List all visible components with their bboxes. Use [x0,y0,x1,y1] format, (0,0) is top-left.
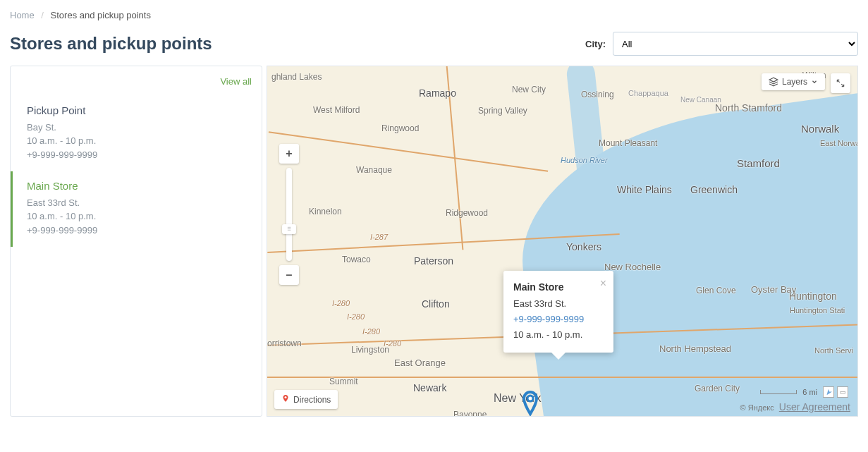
map-label: Newark [413,382,446,393]
map-label: Huntington [789,291,837,302]
map-route-label: I-280 [332,299,350,307]
map-label: New Rochelle [604,262,661,272]
map-label: Huntington Stati [790,306,845,314]
map-label: East Norwa [820,139,858,147]
pin-icon [281,393,290,405]
balloon-hours: 10 a.m. - 10 p.m. [513,327,604,343]
map-label: Mount Pleasant [599,138,657,148]
breadcrumb-separator: / [41,10,44,20]
close-icon[interactable]: × [600,278,606,289]
layers-button[interactable]: Layers [762,73,825,90]
store-name: Main Store [27,178,249,195]
store-address: Bay St. [27,121,249,135]
breadcrumb: Home / Stores and pickup points [10,10,858,20]
balloon-title: Main Store [513,279,604,296]
map-label: Paterson [414,255,453,267]
balloon-address: East 33rd St. [513,296,604,312]
breadcrumb-current: Stores and pickup points [51,10,151,20]
map-label: Stamford [737,157,780,169]
map-label: Greenwich [690,184,738,195]
balloon-phone[interactable]: +9-999-999-9999 [513,314,584,324]
map-label: North Hempstead [659,343,731,354]
map-label: White Plains [617,184,672,195]
page-title: Stores and pickup points [10,34,212,54]
directions-button[interactable]: Directions [274,390,338,409]
map-label: Yonkers [566,241,601,252]
map-label: Norwalk [801,123,839,135]
ruler-icon[interactable]: ▭ [837,386,848,398]
map-route-label: I-280 [384,339,401,348]
map-balloon: × Main Store East 33rd St. +9-999-999-99… [503,271,613,353]
city-label: City: [585,39,606,49]
map-label: orristown [267,338,302,348]
directions-label: Directions [293,395,331,405]
map-label-river: Hudson River [561,156,608,164]
geolocate-icon[interactable] [823,386,834,398]
zoom-slider[interactable]: ⠿ [286,168,292,261]
chevron-down-icon [811,78,818,85]
map-label: New City [512,85,546,94]
store-hours: 10 a.m. - 10 p.m. [27,134,249,148]
map-label: Bayonne [453,410,487,417]
map-label: Towaco [342,255,371,264]
store-phone: +9-999-999-9999 [27,224,249,238]
map-label: Ramapo [419,87,456,99]
map-label: West Milford [313,105,360,115]
map-label: Spring Valley [478,106,527,116]
map-label: Glen Cove [696,286,736,295]
map-copyright: © Яндекс User Agreement [740,401,850,413]
scale-bar: 6 mi ▭ [760,386,848,398]
store-phone: +9-999-999-9999 [27,148,249,162]
store-item-pickup-point[interactable]: Pickup Point Bay St. 10 a.m. - 10 p.m. +… [11,96,262,171]
store-item-main-store[interactable]: Main Store East 33rd St. 10 a.m. - 10 p.… [11,171,262,247]
svg-marker-0 [769,78,778,82]
layers-icon [769,77,778,87]
map-label: Clifton [422,298,450,310]
store-hours: 10 a.m. - 10 p.m. [27,209,249,224]
fullscreen-button[interactable] [831,73,850,93]
map-label: North Servi [814,346,853,355]
map-label: East Orange [394,358,446,368]
map-label: Chappaqua [628,89,668,97]
layers-label: Layers [782,77,807,87]
map-route-label: I-280 [362,327,380,336]
user-agreement-link[interactable]: User Agreement [779,401,850,413]
map-label: Ossining [581,90,614,99]
zoom-out-button[interactable]: – [279,265,299,285]
map-route-label: I-280 [347,312,365,321]
map-label: New Canaan [680,96,721,104]
zoom-control: + ⠿ – [279,144,299,285]
map-label: Kinnelon [309,207,342,216]
map-pin[interactable] [521,391,539,417]
map-canvas[interactable]: ghland Lakes West Milford Wanaque Ramapo… [267,66,858,417]
map-label: North Stamford [715,102,782,114]
svg-point-1 [285,396,287,398]
map-label: Ridgewood [446,208,488,218]
fullscreen-icon [836,78,845,88]
map-label: Wanaque [356,165,392,175]
scale-label: 6 mi [802,388,817,396]
store-sidebar: View all Pickup Point Bay St. 10 a.m. - … [10,66,262,417]
view-all-link[interactable]: View all [220,76,252,87]
breadcrumb-home[interactable]: Home [10,10,35,20]
map-label: ghland Lakes [271,72,322,82]
zoom-handle[interactable]: ⠿ [282,224,296,234]
map-route-label: I-287 [370,233,388,241]
store-name: Pickup Point [27,103,249,119]
store-address: East 33rd St. [27,196,249,210]
map-label: Ringwood [381,123,419,133]
zoom-in-button[interactable]: + [279,144,299,164]
city-select[interactable]: All [613,32,858,56]
svg-point-2 [527,396,533,401]
map-label: Summit [329,377,358,386]
map-label: Garden City [695,384,740,393]
